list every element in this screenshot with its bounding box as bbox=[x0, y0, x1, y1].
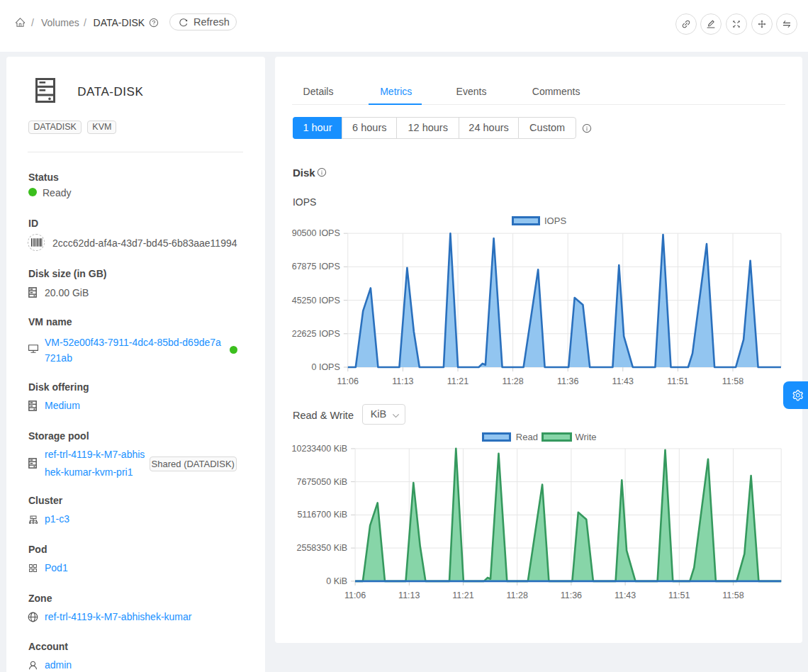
svg-text:67875 IOPS: 67875 IOPS bbox=[291, 262, 340, 271]
svg-text:11:21: 11:21 bbox=[452, 590, 473, 600]
svg-text:11:58: 11:58 bbox=[722, 590, 744, 600]
svg-text:0 IOPS: 0 IOPS bbox=[311, 362, 340, 372]
svg-text:2558350 KiB: 2558350 KiB bbox=[296, 543, 347, 553]
svg-text:45250 IOPS: 45250 IOPS bbox=[291, 295, 340, 305]
svg-text:11:51: 11:51 bbox=[668, 590, 690, 600]
svg-text:0 KiB: 0 KiB bbox=[326, 576, 347, 586]
svg-text:11:13: 11:13 bbox=[398, 590, 420, 600]
svg-text:11:06: 11:06 bbox=[344, 590, 366, 600]
svg-text:11:36: 11:36 bbox=[561, 590, 582, 600]
svg-text:10233400 KiB: 10233400 KiB bbox=[291, 443, 347, 453]
svg-text:11:28: 11:28 bbox=[506, 590, 527, 600]
svg-text:5116700 KiB: 5116700 KiB bbox=[297, 510, 347, 520]
svg-text:90500 IOPS: 90500 IOPS bbox=[291, 228, 340, 238]
svg-text:7675050 KiB: 7675050 KiB bbox=[296, 476, 347, 486]
svg-text:22625 IOPS: 22625 IOPS bbox=[291, 328, 340, 338]
svg-text:11:43: 11:43 bbox=[615, 590, 636, 600]
